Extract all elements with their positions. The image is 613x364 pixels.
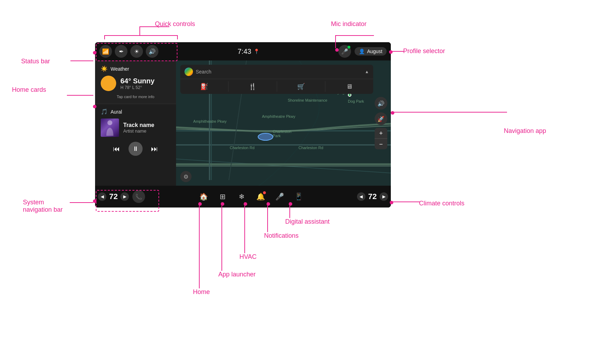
hvac-button[interactable]: ❄ [235,190,248,203]
display-button[interactable]: 🖥 [325,81,373,92]
track-row: Track name Artist name [101,119,170,137]
hands-free-button[interactable]: 📱 [292,190,305,203]
bracket-center-line [139,26,140,35]
map-label-charleston-rd-2: Charleston Rd [299,146,323,150]
digital-assistant-button[interactable]: 🎤 [273,190,286,203]
navigation-button[interactable]: 🚀 [375,113,387,125]
brightness-icon[interactable]: ☀ [130,45,143,58]
bluetooth-icon[interactable]: 📶 [99,45,112,58]
notifications-button[interactable]: 🔔 [254,190,267,203]
restaurant-button[interactable]: 🍴 [229,81,277,92]
zoom-controls: + − [375,128,387,149]
pause-button[interactable]: ⏸ [129,142,143,156]
music-app-icon: 🎵 [101,108,108,115]
main-content: ☀️ Weather 64° Sunny H 78° L 52° Tap car… [95,60,391,186]
music-header: 🎵 Aural [101,108,170,115]
map-label-dog-park: Dog Park [348,99,364,103]
annotation-quick-controls: Quick controls [155,20,195,28]
status-bar-right: 🎤 👤 August [338,45,387,58]
volume-control-button[interactable]: 🔊 [375,97,387,110]
profile-icon: 👤 [359,49,365,54]
map-label-charleston-park: CharlestonPark [273,129,292,138]
mic-button[interactable]: 🎤 [338,45,351,58]
temp-decrease-left[interactable]: ◀ [98,192,106,201]
mic-active-dot [348,46,350,49]
map-label-shoreline: Shoreline Maintenance [288,98,327,102]
map-search-top[interactable]: Search ▲ [180,65,373,79]
temp-decrease-right[interactable]: ◀ [357,192,365,201]
climate-dot [390,201,393,204]
music-app-name: Aural [111,109,122,115]
clock-display: 7:43 📍 [238,47,259,56]
hvac-vert-line [244,202,245,253]
map-settings-button[interactable]: ⚙ [180,171,192,182]
sun-circle [101,76,116,91]
weather-body: 64° Sunny H 78° L 52° [101,76,170,91]
map-label-amphi-2: Amphitheatre Pkwy [262,114,295,119]
track-name: Track name [123,122,170,128]
notif-dot [267,202,270,206]
gas-station-button[interactable]: ⛽ [180,81,229,92]
annotation-mic-indicator: Mic indicator [331,20,367,28]
status-bar-left: 📶 ✒ ☀ 🔊 [99,45,158,58]
app-launcher-button[interactable]: ⊞ [216,190,229,203]
annotation-home-cards: Home cards [12,86,46,94]
weather-card[interactable]: ☀️ Weather 64° Sunny H 78° L 52° Tap car… [95,60,176,104]
music-card[interactable]: 🎵 Aural Track name [95,104,176,186]
temp-increase-left[interactable]: ▶ [120,192,129,201]
annotation-app-launcher: App launcher [218,271,256,278]
time-text: 7:43 [238,47,251,56]
zoom-in-button[interactable]: + [375,128,387,139]
status-bar-line [70,60,93,61]
assist-dot [289,202,292,206]
bracket-top [104,35,177,36]
nav-bar-line [70,202,93,203]
weather-tap-hint: Tap card for more info [101,95,170,99]
mic-dot-ann [335,48,339,52]
map-search-chevron: ▲ [365,69,369,74]
nav-center-buttons: 🏠 ⊞ ❄ 🔔 🎤 📱 [145,190,357,203]
next-track-button[interactable]: ⏭ [151,145,158,153]
volume-icon[interactable]: 🔊 [146,45,158,58]
map-search-text: Search [196,69,362,75]
weather-app-name: Weather [111,66,129,72]
nav-app-line [391,112,507,113]
climate-right: ◀ 72 ▶ [357,192,388,201]
annotation-hvac: HVAC [239,253,257,261]
annotation-home: Home [193,288,210,296]
home-dot [198,202,202,206]
profile-selector-button[interactable]: 👤 August [355,47,387,56]
nav-bar-dot [93,199,96,203]
home-cards-dot [93,105,96,108]
annotation-digital-assistant: Digital assistant [285,218,330,225]
track-info: Track name Artist name [123,122,170,134]
temp-increase-right[interactable]: ▶ [380,192,388,201]
home-vert-line [199,202,200,288]
map-area[interactable]: Shoreline Maintenance Kite Lot 🏷 Kite Fl… [176,60,391,186]
weather-temp: 64° Sunny [120,77,155,85]
system-nav-bar: ◀ 72 ▶ 📞 🏠 ⊞ ❄ 🔔 🎤 📱 ◀ 72 ▶ [95,186,391,207]
launcher-vert-line [221,202,222,271]
bracket-left [104,35,105,39]
signal-icon[interactable]: ✒ [115,45,127,58]
annotation-climate-controls: Climate controls [419,200,464,207]
annotation-notifications: Notifications [264,232,299,240]
location-icon: 📍 [254,49,259,54]
home-button[interactable]: 🏠 [197,190,210,203]
hvac-dot [244,202,247,206]
shopping-button[interactable]: 🛒 [277,81,325,92]
temp-value-left: 72 [108,192,119,201]
zoom-out-button[interactable]: − [375,139,387,149]
profile-dot [389,50,393,54]
profile-name: August [367,49,382,54]
weather-sun-icon: ☀️ [101,65,108,72]
weather-header: ☀️ Weather [101,65,170,72]
mic-label-line [335,35,374,36]
prev-track-button[interactable]: ⏮ [113,145,120,153]
weather-range: H 78° L 52° [120,85,155,90]
climate-left: ◀ 72 ▶ 📞 [98,190,145,203]
map-right-controls: 🔊 🚀 + − [375,97,387,149]
phone-button[interactable]: 📞 [132,190,145,203]
map-search-bar[interactable]: Search ▲ ⛽ 🍴 🛒 🖥 [180,65,373,94]
climate-line [390,202,420,202]
